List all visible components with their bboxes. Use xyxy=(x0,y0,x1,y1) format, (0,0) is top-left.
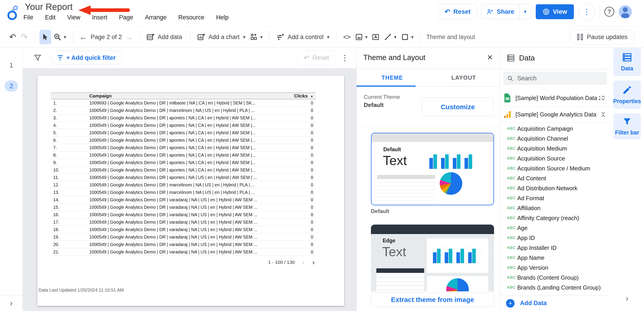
table-row[interactable]: 1. 1009693 | Google Analytics Demo | DR … xyxy=(51,99,316,107)
table-row[interactable]: 20. 1000549 | Google Analytics Demo | DR… xyxy=(51,241,316,248)
table-row[interactable]: 16. 1000549 | Google Analytics Demo | DR… xyxy=(51,211,316,218)
field-item[interactable]: ABC Affinity Category (reach) xyxy=(500,213,610,223)
field-item[interactable]: ABC Acquisition Medium xyxy=(500,144,610,153)
table-row[interactable]: 6. 1000549 | Google Analytics Demo | DR … xyxy=(51,137,316,144)
table-row[interactable]: 5. 1000549 | Google Analytics Demo | DR … xyxy=(51,129,316,137)
tab-layout[interactable]: LAYOUT xyxy=(428,69,500,86)
expand-pages-rail-button[interactable]: › xyxy=(0,295,22,311)
more-options-button[interactable]: ⋮ xyxy=(578,4,595,20)
data-source-analytics[interactable]: [Sample] Google Analytics Data xyxy=(500,106,610,123)
reset-button[interactable]: ↶ Reset xyxy=(438,4,476,19)
theme-card-edge[interactable]: Edge Text xyxy=(371,225,494,291)
table-row[interactable]: 3. 1000549 | Google Analytics Demo | DR … xyxy=(51,114,316,122)
table-row[interactable]: 4. 1000549 | Google Analytics Demo | DR … xyxy=(51,122,316,129)
search-input[interactable] xyxy=(517,75,603,82)
select-tool-button[interactable] xyxy=(40,30,51,44)
report-title[interactable]: Your Report xyxy=(25,2,72,12)
collapse-panel-button[interactable]: › xyxy=(610,294,644,303)
field-item[interactable]: ABC Ad Format xyxy=(500,193,610,203)
field-item[interactable]: ABC Acquisition Channel xyxy=(500,134,610,144)
field-item[interactable]: ABC App Installer ID xyxy=(500,243,610,253)
field-item[interactable]: ABC Acquisition Source xyxy=(500,153,610,163)
theme-layout-menu-item[interactable]: Theme and layout xyxy=(426,34,475,41)
close-panel-button[interactable]: × xyxy=(487,52,493,63)
view-button[interactable]: View xyxy=(536,4,574,19)
table-row[interactable]: 10. 1000549 | Google Analytics Demo | DR… xyxy=(51,166,316,174)
rail-filter-bar-button[interactable]: Filter bar xyxy=(613,113,641,139)
insert-text-button[interactable] xyxy=(370,30,382,44)
customize-button[interactable]: Customize xyxy=(422,98,494,116)
next-page-button[interactable]: → xyxy=(123,30,135,44)
field-item[interactable]: ABC App Name xyxy=(500,253,610,263)
table-row[interactable]: 12. 1000549 | Google Analytics Demo | DR… xyxy=(51,181,316,189)
page-indicator[interactable]: Page 2 of 2 xyxy=(91,34,122,41)
table-row[interactable]: 8. 1000549 | Google Analytics Demo | DR … xyxy=(51,151,316,159)
field-item[interactable]: ABC Acquisition Campaign xyxy=(500,124,610,134)
filter-bar-more-button[interactable]: ⋮ xyxy=(341,53,348,62)
table-row[interactable]: 19. 1000549 | Google Analytics Demo | DR… xyxy=(51,233,316,241)
table-row[interactable]: 13. 1000549 | Google Analytics Demo | DR… xyxy=(51,189,316,196)
field-item[interactable]: ABC App ID xyxy=(500,233,610,243)
field-item[interactable]: ABC Ad Distribution Network xyxy=(500,183,610,193)
insert-shape-button[interactable]: ▾ xyxy=(401,33,414,41)
redo-button[interactable]: ↷ xyxy=(18,30,30,44)
add-data-button[interactable]: Add Data xyxy=(520,300,547,307)
menu-item[interactable]: Page xyxy=(119,14,133,21)
share-button[interactable]: Share xyxy=(482,5,519,19)
next-page-button[interactable]: › xyxy=(312,259,314,266)
help-button[interactable]: ? xyxy=(604,7,614,17)
table-row[interactable]: 18. 1000549 | Google Analytics Demo | DR… xyxy=(51,226,316,233)
pause-updates-button[interactable]: Pause updates xyxy=(570,30,635,45)
menu-item[interactable]: Help xyxy=(216,14,229,21)
table-row[interactable]: 14. 1000549 | Google Analytics Demo | DR… xyxy=(51,196,316,204)
menu-item[interactable]: Arrange xyxy=(145,14,167,21)
menu-item[interactable]: File xyxy=(24,14,33,21)
rail-properties-button[interactable]: Properties xyxy=(613,81,641,109)
clicks-column-header[interactable]: Clicks ▼ xyxy=(289,93,316,99)
add-control-button[interactable]: Add a control ▾ xyxy=(276,33,329,41)
field-item[interactable]: ABC App Version xyxy=(500,263,610,273)
page-thumb-1[interactable]: 1 xyxy=(0,61,22,69)
page-thumb-2[interactable]: 2 xyxy=(0,80,22,92)
table-row[interactable]: 2. 1000549 | Google Analytics Demo | DR … xyxy=(51,107,316,114)
field-item[interactable]: ABC Acquisition Source / Medium xyxy=(500,163,610,173)
field-item[interactable]: ABC Brands (Landing Content Group) xyxy=(500,282,610,292)
table-row[interactable]: 15. 1000549 | Google Analytics Demo | DR… xyxy=(51,204,316,211)
table-row[interactable]: 17. 1000549 | Google Analytics Demo | DR… xyxy=(51,218,316,226)
community-visualizations-button[interactable]: ▾ xyxy=(250,33,262,41)
campaign-column-header[interactable]: Campaign xyxy=(89,93,289,99)
extract-theme-button[interactable]: Extract theme from image xyxy=(371,292,494,307)
table-row[interactable]: 11. 1000549 | Google Analytics Demo | DR… xyxy=(51,174,316,181)
prev-page-button[interactable]: ‹ xyxy=(302,259,305,266)
menu-item[interactable]: Resource xyxy=(178,14,204,21)
field-item[interactable]: ABC Brands (Content Group) xyxy=(500,273,610,282)
field-search-box[interactable] xyxy=(503,72,607,85)
table-row[interactable]: 9. 1000549 | Google Analytics Demo | DR … xyxy=(51,159,316,166)
unfold-less-icon[interactable] xyxy=(600,112,606,117)
menu-item[interactable]: View xyxy=(67,14,80,21)
theme-card-default[interactable]: Default Text xyxy=(371,133,494,205)
add-data-button[interactable]: Add data xyxy=(146,33,183,41)
campaign-table[interactable]: Campaign Clicks ▼ 1. 1009693 | Google An… xyxy=(51,93,316,266)
rail-data-button[interactable]: Data xyxy=(613,48,641,76)
unfold-more-icon[interactable] xyxy=(600,95,606,101)
user-avatar[interactable] xyxy=(619,5,632,18)
field-item[interactable]: ABC Ad Content xyxy=(500,173,610,183)
table-row[interactable]: 21. 1000549 | Google Analytics Demo | DR… xyxy=(51,248,316,256)
menu-item[interactable]: Edit xyxy=(45,14,56,21)
field-item[interactable]: ABC Affiliation xyxy=(500,203,610,213)
add-quick-filter-button[interactable]: + Add quick filter xyxy=(51,51,123,65)
menu-item[interactable]: Insert xyxy=(92,14,107,21)
zoom-tool-button[interactable]: ▾ xyxy=(54,33,66,41)
embed-url-button[interactable]: <> xyxy=(341,30,353,44)
table-row[interactable]: 7. 1000549 | Google Analytics Demo | DR … xyxy=(51,144,316,151)
previous-page-button[interactable]: ← xyxy=(78,30,89,44)
insert-image-button[interactable]: ▾ xyxy=(355,33,368,41)
data-source-sheets[interactable]: [Sample] World Population Data 200... xyxy=(500,90,610,106)
field-item[interactable]: ABC Age xyxy=(500,223,610,233)
share-dropdown-button[interactable]: ▾ xyxy=(519,5,531,19)
add-chart-button[interactable]: Add a chart ▾ xyxy=(197,33,245,41)
report-page[interactable]: Campaign Clicks ▼ 1. 1009693 | Google An… xyxy=(38,76,344,306)
undo-button[interactable]: ↶ xyxy=(7,30,18,44)
tab-theme[interactable]: THEME xyxy=(356,69,428,86)
